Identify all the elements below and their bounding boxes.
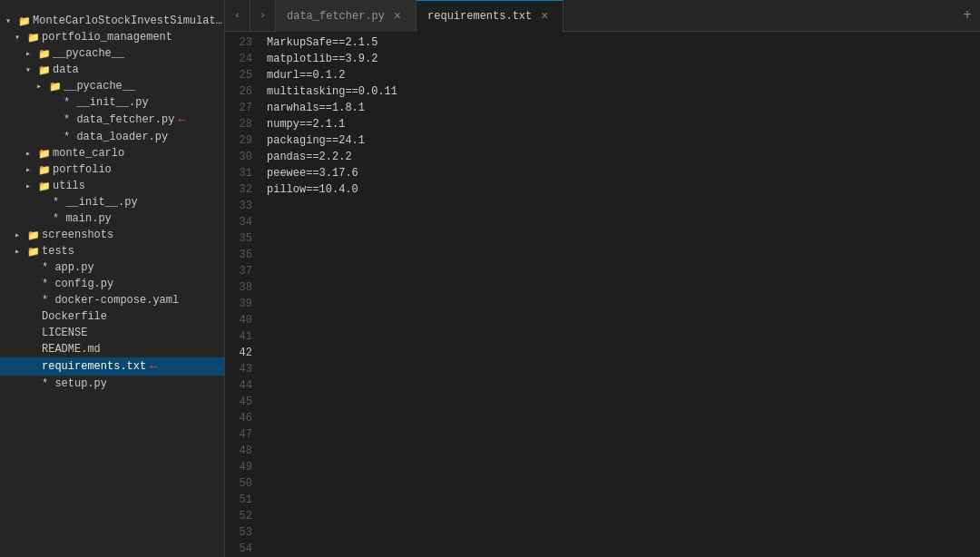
- chevron-icon: [36, 81, 49, 92]
- sidebar-item-app_py[interactable]: * app.py: [0, 259, 224, 276]
- sidebar-item-dockerfile[interactable]: Dockerfile: [0, 308, 224, 325]
- tab-close-icon[interactable]: ×: [390, 9, 405, 24]
- tab-bar: ‹ › data_fetcher.py×requirements.txt× +: [225, 0, 980, 32]
- sidebar-item-data_fetcher[interactable]: * data_fetcher.py←: [0, 111, 224, 129]
- code-content[interactable]: altair==5.4.1attrs==24.2.0beautifulsoup4…: [261, 32, 980, 199]
- editor[interactable]: 1234567891011121314151617181920212223242…: [225, 32, 980, 557]
- item-label: * setup.py: [42, 377, 107, 390]
- sidebar-item-tests[interactable]: 📁tests: [0, 243, 224, 259]
- sidebar-item-portfolio[interactable]: 📁portfolio: [0, 161, 224, 178]
- code-line-23: MarkupSafe==2.1.5: [267, 34, 980, 51]
- item-label: portfolio: [53, 163, 112, 176]
- sidebar-item-init1[interactable]: * __init__.py: [0, 94, 224, 111]
- line-number-47: 47: [225, 426, 252, 443]
- sidebar-item-data_loader[interactable]: * data_loader.py: [0, 129, 224, 145]
- sidebar-item-portfolio_management[interactable]: 📁portfolio_management: [0, 29, 224, 45]
- item-label: monte_carlo: [53, 147, 124, 160]
- item-label: portfolio_management: [42, 31, 172, 44]
- line-number-26: 26: [225, 83, 252, 100]
- item-label: Dockerfile: [42, 310, 107, 323]
- line-number-48: 48: [225, 443, 252, 459]
- sidebar-item-requirements[interactable]: requirements.txt←: [0, 357, 224, 376]
- item-label: * app.py: [42, 261, 94, 274]
- arrow-indicator: ←: [150, 359, 157, 374]
- tab-tab1[interactable]: data_fetcher.py×: [276, 0, 416, 32]
- item-label: tests: [42, 245, 74, 258]
- item-label: * data_fetcher.py: [64, 113, 174, 126]
- code-line-26: multitasking==0.0.11: [267, 83, 980, 100]
- sidebar-item-license[interactable]: LICENSE: [0, 325, 224, 341]
- line-number-36: 36: [225, 247, 252, 263]
- line-number-39: 39: [225, 296, 252, 312]
- item-label: * config.py: [42, 278, 113, 290]
- code-line-29: packaging==24.1: [267, 132, 980, 149]
- line-number-29: 29: [225, 132, 252, 149]
- code-line-27: narwhals==1.8.1: [267, 100, 980, 116]
- sidebar-item-screenshots[interactable]: 📁screenshots: [0, 227, 224, 243]
- line-number-30: 30: [225, 149, 252, 165]
- line-number-40: 40: [225, 312, 252, 328]
- line-number-37: 37: [225, 263, 252, 279]
- line-number-42: 42: [225, 345, 252, 361]
- sidebar-item-pycache2[interactable]: 📁__pycache__: [0, 78, 224, 94]
- line-number-33: 33: [225, 198, 252, 214]
- code-line-31: peewee==3.17.6: [267, 165, 980, 181]
- line-number-43: 43: [225, 361, 252, 377]
- item-label: LICENSE: [42, 327, 87, 339]
- sidebar-item-monte_carlo[interactable]: 📁monte_carlo: [0, 145, 224, 161]
- folder-icon: 📁: [27, 246, 42, 258]
- item-label: data: [53, 64, 79, 76]
- code-line-32: pillow==10.4.0: [267, 181, 980, 198]
- sidebar-item-config_py[interactable]: * config.py: [0, 276, 224, 292]
- sidebar-item-setup_py[interactable]: * setup.py: [0, 376, 224, 392]
- folder-icon: 📁: [38, 48, 53, 60]
- chevron-icon: [25, 181, 38, 191]
- chevron-icon: [15, 230, 27, 240]
- sidebar-header: [0, 0, 224, 13]
- chevron-icon: [5, 15, 18, 26]
- line-number-52: 52: [225, 508, 252, 524]
- sidebar-item-main_py[interactable]: * main.py: [0, 210, 224, 227]
- tab-label: data_fetcher.py: [287, 10, 385, 23]
- folder-icon: 📁: [38, 64, 53, 76]
- sidebar-item-readme[interactable]: README.md: [0, 341, 224, 357]
- tab-close-icon[interactable]: ×: [537, 9, 552, 24]
- tabs-container: data_fetcher.py×requirements.txt×: [276, 0, 564, 31]
- tab-nav-prev[interactable]: ‹: [225, 0, 250, 31]
- line-number-34: 34: [225, 214, 252, 230]
- line-number-51: 51: [225, 492, 252, 508]
- sidebar-item-docker_compose[interactable]: * docker-compose.yaml: [0, 292, 224, 308]
- item-label: * __init__.py: [53, 196, 138, 209]
- item-label: README.md: [42, 343, 101, 356]
- line-number-32: 32: [225, 181, 252, 198]
- line-number-41: 41: [225, 328, 252, 345]
- item-label: requirements.txt: [42, 360, 146, 373]
- folder-icon: 📁: [18, 15, 33, 27]
- line-number-25: 25: [225, 67, 252, 83]
- line-number-53: 53: [225, 524, 252, 541]
- item-label: * main.py: [53, 212, 112, 225]
- new-tab-button[interactable]: +: [955, 0, 980, 31]
- line-number-45: 45: [225, 394, 252, 410]
- code-line-28: numpy==2.1.1: [267, 116, 980, 132]
- line-number-54: 54: [225, 541, 252, 557]
- item-label: * data_loader.py: [64, 131, 168, 143]
- tab-tab2[interactable]: requirements.txt×: [416, 0, 564, 32]
- tab-nav-next[interactable]: ›: [250, 0, 276, 31]
- sidebar-item-pycache1[interactable]: 📁__pycache__: [0, 45, 224, 62]
- line-number-23: 23: [225, 34, 252, 51]
- sidebar-item-data[interactable]: 📁data: [0, 62, 224, 78]
- folder-icon: 📁: [38, 148, 53, 160]
- sidebar-item-utils[interactable]: 📁utils: [0, 178, 224, 194]
- item-label: utils: [53, 180, 85, 192]
- chevron-icon: [25, 164, 38, 175]
- main-editor-area: ‹ › data_fetcher.py×requirements.txt× + …: [225, 0, 980, 557]
- line-number-46: 46: [225, 410, 252, 426]
- sidebar-item-init2[interactable]: * __init__.py: [0, 194, 224, 210]
- chevron-icon: [15, 32, 27, 43]
- chevron-icon: [25, 64, 38, 75]
- line-number-24: 24: [225, 51, 252, 67]
- folder-icon: 📁: [49, 81, 64, 93]
- line-number-35: 35: [225, 230, 252, 247]
- sidebar-item-root[interactable]: 📁MonteCarloStockInvestSimulator-main: [0, 13, 224, 29]
